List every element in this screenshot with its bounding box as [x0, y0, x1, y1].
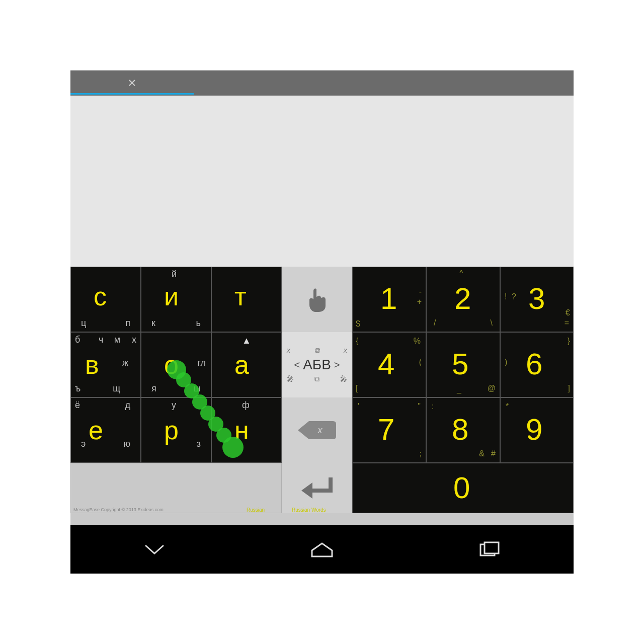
- key-i[interactable]: й и к ь: [141, 267, 211, 332]
- backspace-button[interactable]: x: [282, 397, 352, 463]
- key-sub: к: [151, 318, 155, 329]
- key-space[interactable]: [70, 463, 282, 513]
- key-sub: з: [197, 439, 201, 449]
- mic-icon: 🎤︎: [340, 375, 347, 383]
- key-1[interactable]: 1 - + $: [352, 267, 426, 332]
- key-n[interactable]: ф н: [211, 397, 282, 463]
- euro-icon: €: [566, 308, 570, 317]
- key-sub: д: [125, 400, 130, 411]
- lang-label: Russian: [247, 507, 265, 513]
- key-label: т: [234, 281, 247, 311]
- key-sub: щ: [113, 383, 120, 394]
- key-sym: _: [457, 385, 461, 394]
- paste-icon: ⧉: [314, 375, 319, 383]
- key-label: о: [164, 350, 179, 380]
- key-a[interactable]: ▲ а: [211, 332, 282, 397]
- key-label: 1: [380, 281, 397, 316]
- app-topbar: ×: [70, 70, 574, 96]
- key-9[interactable]: 9 *: [500, 397, 574, 463]
- key-2[interactable]: ^ 2 / \: [426, 267, 500, 332]
- key-label: е: [89, 415, 103, 445]
- device-screen: × с ц п й и к ь т: [70, 70, 574, 574]
- key-label: 9: [526, 412, 542, 447]
- nav-home-button[interactable]: [307, 539, 337, 559]
- key-o[interactable]: о гл я ш: [141, 332, 211, 397]
- key-5[interactable]: 5 _ @: [426, 332, 500, 397]
- chevron-left-icon: <: [294, 359, 300, 371]
- key-v[interactable]: б ч м х в ж ъ щ: [70, 332, 141, 397]
- enter-button[interactable]: [282, 463, 352, 513]
- key-label: н: [234, 415, 249, 445]
- key-sub: у: [172, 400, 176, 411]
- key-8[interactable]: : 8 & #: [426, 397, 500, 463]
- key-sub: п: [125, 318, 130, 329]
- key-s[interactable]: с ц п: [70, 267, 141, 332]
- recent-apps-icon: [474, 539, 505, 559]
- key-sub: ъ: [75, 383, 80, 394]
- key-sym: (: [419, 358, 422, 367]
- mic-icon: 🎤︎: [287, 375, 294, 383]
- key-sub: х: [132, 335, 136, 345]
- key-sub: й: [172, 269, 177, 280]
- tab-underline: [70, 93, 194, 95]
- backspace-icon: x: [297, 419, 337, 441]
- key-sym: @: [488, 384, 496, 393]
- pointer-icon: [304, 286, 330, 313]
- key-sym: :: [432, 402, 434, 411]
- tab-close[interactable]: ×: [70, 71, 194, 95]
- key-e[interactable]: ё д е э ю: [70, 397, 141, 463]
- mode-label: АБВ: [303, 357, 331, 373]
- editor-area[interactable]: [70, 96, 574, 267]
- key-6[interactable]: ) 6 } ]: [500, 332, 574, 397]
- key-sym: -: [419, 287, 422, 296]
- key-label: 0: [453, 470, 470, 505]
- key-sym: {: [356, 337, 358, 346]
- key-label: и: [164, 281, 179, 311]
- key-sym: +: [417, 297, 422, 306]
- key-sym: ]: [568, 384, 570, 393]
- key-label: 3: [528, 281, 545, 316]
- key-sub: ё: [75, 400, 80, 411]
- key-t[interactable]: т: [211, 267, 282, 332]
- key-sym: %: [414, 337, 421, 346]
- key-r[interactable]: у р з: [141, 397, 211, 463]
- key-sub: гл: [197, 358, 206, 368]
- key-label: а: [234, 350, 249, 380]
- key-sub: ж: [122, 358, 128, 368]
- key-label: р: [164, 415, 179, 445]
- key-sub: ш: [194, 383, 201, 394]
- key-sub: ь: [196, 318, 201, 329]
- cut-icon: x: [287, 346, 290, 355]
- key-sym: \: [491, 318, 493, 328]
- copy-icon: ⧉: [314, 346, 319, 355]
- chevron-down-icon: [139, 539, 170, 559]
- key-sym: ?: [512, 292, 516, 301]
- key-sub: б: [75, 335, 80, 345]
- key-3[interactable]: ! ? 3 = €: [500, 267, 574, 332]
- mode-button[interactable]: x ⧉ x < АБВ > 🎤︎ ⧉ 🎤︎: [282, 332, 352, 397]
- home-icon: [307, 539, 337, 559]
- key-0[interactable]: 0: [352, 463, 574, 513]
- key-sym: ): [505, 358, 507, 367]
- key-sym: =: [565, 318, 569, 328]
- key-label: в: [85, 350, 99, 380]
- nav-back-button[interactable]: [139, 539, 170, 559]
- svg-rect-2: [485, 542, 499, 553]
- key-4[interactable]: { % 4 ( [: [352, 332, 426, 397]
- nav-recent-button[interactable]: [474, 539, 505, 559]
- key-sym: #: [491, 449, 496, 458]
- enter-icon: [299, 474, 335, 502]
- key-7[interactable]: ' " 7 ;: [352, 397, 426, 463]
- key-sub: ю: [124, 439, 131, 449]
- key-sym: [: [356, 384, 358, 393]
- key-sub: ч: [99, 335, 103, 345]
- pointer-button[interactable]: [282, 267, 352, 332]
- key-label: 8: [452, 412, 468, 447]
- key-sub: я: [151, 383, 156, 394]
- key-label: 2: [454, 281, 471, 316]
- key-sym: /: [434, 318, 436, 328]
- chevron-right-icon: >: [334, 359, 340, 371]
- key-label: 4: [378, 347, 394, 381]
- android-navbar: [70, 525, 574, 574]
- key-sym: ^: [459, 269, 463, 278]
